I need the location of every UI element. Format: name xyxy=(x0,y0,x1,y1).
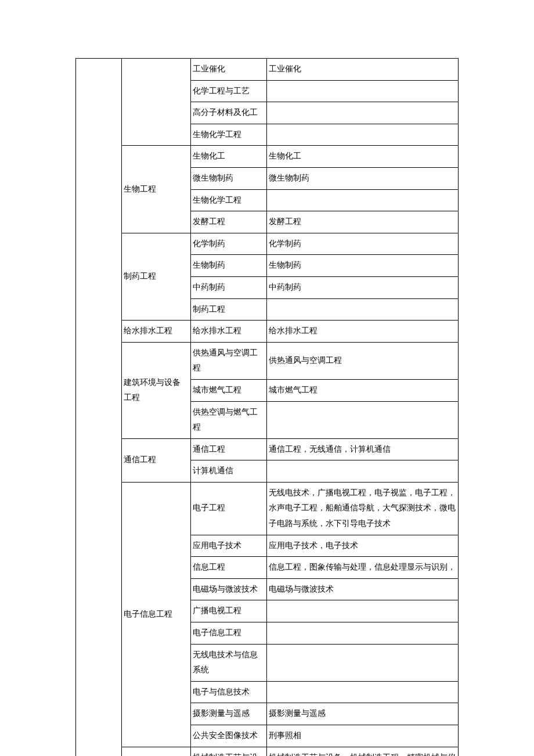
specialty-name: 无线电技术与信息系统 xyxy=(190,644,267,681)
specialty-detail xyxy=(267,189,459,211)
specialty-name: 微生物制药 xyxy=(190,167,267,189)
specialty-name: 摄影测量与遥感 xyxy=(190,703,267,725)
specialty-name: 化学工程与工艺 xyxy=(190,80,267,102)
specialty-detail xyxy=(267,460,459,483)
category-level-2 xyxy=(122,59,191,146)
category-level-1 xyxy=(76,59,122,757)
specialty-name: 电子与信息技术 xyxy=(190,681,267,703)
table-row: 通信工程通信工程通信工程，无线通信，计算机通信 xyxy=(76,438,459,460)
specialty-detail xyxy=(267,622,459,645)
specialty-detail: 应用电子技术，电子技术 xyxy=(267,535,459,557)
specialty-detail: 供热通风与空调工程 xyxy=(267,342,459,379)
specialty-name: 通信工程 xyxy=(190,438,267,460)
specialty-detail: 发酵工程 xyxy=(267,211,459,233)
specialty-name: 高分子材料及化工 xyxy=(190,102,267,124)
specialty-detail: 城市燃气工程 xyxy=(267,379,459,401)
specialty-name: 中药制药 xyxy=(190,276,267,298)
specialty-detail xyxy=(267,102,459,124)
specialty-detail: 刑事照相 xyxy=(267,725,459,747)
specialty-detail: 摄影测量与遥感 xyxy=(267,703,459,725)
specialty-name: 生物化工 xyxy=(190,146,267,168)
specialty-detail xyxy=(267,298,459,321)
category-level-2: 给水排水工程 xyxy=(122,321,191,343)
category-level-2: 通信工程 xyxy=(122,438,191,482)
category-level-2: 机械设计制造及其自动化 xyxy=(122,747,191,756)
specialty-name: 公共安全图像技术 xyxy=(190,725,267,747)
specialty-name: 计算机通信 xyxy=(190,460,267,483)
specialty-name: 生物化学工程 xyxy=(190,124,267,146)
table-row: 工业催化工业催化 xyxy=(76,59,459,81)
specialty-name: 给水排水工程 xyxy=(190,321,267,343)
table-row: 建筑环境与设备工程供热通风与空调工程供热通风与空调工程 xyxy=(76,342,459,379)
specialty-name: 信息工程 xyxy=(190,557,267,579)
specialty-detail: 通信工程，无线通信，计算机通信 xyxy=(267,438,459,460)
category-level-2: 电子信息工程 xyxy=(122,482,191,747)
specialty-detail xyxy=(267,80,459,102)
table-row: 生物工程生物化工生物化工 xyxy=(76,146,459,168)
specialty-name: 电子信息工程 xyxy=(190,622,267,645)
specialty-name: 化学制药 xyxy=(190,233,267,255)
category-level-2: 制药工程 xyxy=(122,233,191,320)
specialty-detail: 电磁场与微波技术 xyxy=(267,578,459,600)
specialty-name: 供热空调与燃气工程 xyxy=(190,401,267,438)
specialty-name: 制药工程 xyxy=(190,298,267,321)
specialty-name: 电子工程 xyxy=(190,482,267,535)
specialty-detail xyxy=(267,401,459,438)
specialty-detail xyxy=(267,124,459,146)
table-row: 给水排水工程给水排水工程给水排水工程 xyxy=(76,321,459,343)
specialty-detail: 微生物制药 xyxy=(267,167,459,189)
category-level-2: 建筑环境与设备工程 xyxy=(122,342,191,438)
specialty-name: 广播电视工程 xyxy=(190,600,267,622)
specialty-detail xyxy=(267,681,459,703)
specialty-table: 工业催化工业催化化学工程与工艺高分子材料及化工生物化学工程生物工程生物化工生物化… xyxy=(75,58,459,756)
category-level-2: 生物工程 xyxy=(122,146,191,233)
specialty-name: 生物化学工程 xyxy=(190,189,267,211)
specialty-detail: 给水排水工程 xyxy=(267,321,459,343)
specialty-name: 机械制造工艺与设备 xyxy=(190,747,267,756)
document-page: 工业催化工业催化化学工程与工艺高分子材料及化工生物化学工程生物工程生物化工生物化… xyxy=(0,0,534,756)
table-row: 机械设计制造及其自动化机械制造工艺与设备机械制造工艺与设备，机械制造工程，精密机… xyxy=(76,747,459,756)
specialty-name: 应用电子技术 xyxy=(190,535,267,557)
table-row: 电子信息工程电子工程无线电技术，广播电视工程，电子视监，电子工程，水声电子工程，… xyxy=(76,482,459,535)
specialty-detail: 工业催化 xyxy=(267,59,459,81)
specialty-detail: 生物制药 xyxy=(267,255,459,277)
specialty-detail xyxy=(267,644,459,681)
specialty-name: 发酵工程 xyxy=(190,211,267,233)
specialty-detail: 化学制药 xyxy=(267,233,459,255)
specialty-name: 电磁场与微波技术 xyxy=(190,578,267,600)
specialty-detail xyxy=(267,600,459,622)
specialty-name: 工业催化 xyxy=(190,59,267,81)
specialty-detail: 生物化工 xyxy=(267,146,459,168)
specialty-name: 生物制药 xyxy=(190,255,267,277)
specialty-detail: 中药制药 xyxy=(267,276,459,298)
specialty-detail: 机械制造工艺与设备，机械制造工程，精密机械与仪器制造，精密机械与仪器制造，精密机… xyxy=(267,747,459,756)
specialty-name: 供热通风与空调工程 xyxy=(190,342,267,379)
specialty-detail: 信息工程，图象传输与处理，信息处理显示与识别， xyxy=(267,557,459,579)
specialty-name: 城市燃气工程 xyxy=(190,379,267,401)
table-row: 制药工程化学制药化学制药 xyxy=(76,233,459,255)
specialty-detail: 无线电技术，广播电视工程，电子视监，电子工程，水声电子工程，船舶通信导航，大气探… xyxy=(267,482,459,535)
